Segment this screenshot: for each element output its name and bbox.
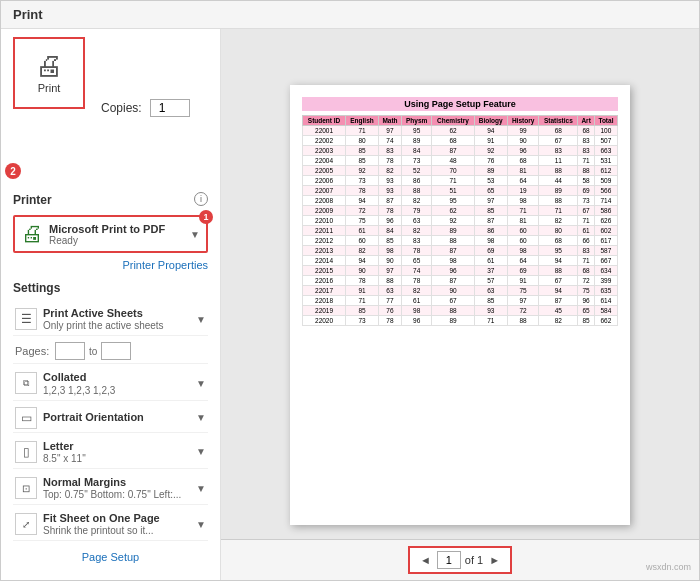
table-cell: 63: [474, 285, 507, 295]
table-cell: 11: [539, 155, 578, 165]
table-cell: 614: [594, 295, 617, 305]
table-cell: 584: [594, 305, 617, 315]
table-cell: 68: [578, 125, 595, 135]
table-cell: 73: [578, 195, 595, 205]
table-cell: 71: [346, 125, 379, 135]
table-cell: 84: [378, 225, 401, 235]
table-row: 220159097749637698868634: [303, 265, 618, 275]
copies-input-wrap: [150, 99, 190, 117]
table-cell: 22008: [303, 195, 346, 205]
setting-paper-size[interactable]: ▯ Letter 8.5" x 11" ▼: [13, 436, 208, 469]
table-cell: 71: [346, 295, 379, 305]
setting-margins[interactable]: ⊡ Normal Margins Top: 0.75" Bottom: 0.75…: [13, 472, 208, 505]
table-cell: 95: [402, 125, 432, 135]
table-cell: 82: [402, 195, 432, 205]
table-cell: 93: [474, 305, 507, 315]
table-cell: 84: [402, 145, 432, 155]
table-cell: 88: [578, 165, 595, 175]
content-area: 🖨 Print 2 Copies: Printer i 1: [1, 29, 699, 580]
table-cell: 88: [432, 235, 474, 245]
copies-input[interactable]: [150, 99, 190, 117]
table-cell: 88: [378, 275, 401, 285]
table-cell: 66: [578, 235, 595, 245]
table-cell: 61: [402, 295, 432, 305]
table-cell: 76: [474, 155, 507, 165]
page-number-input[interactable]: [437, 551, 461, 569]
table-cell: 82: [539, 315, 578, 325]
table-cell: 87: [432, 275, 474, 285]
table-cell: 22015: [303, 265, 346, 275]
table-cell: 78: [402, 275, 432, 285]
pages-from-input[interactable]: [55, 342, 85, 360]
table-cell: 88: [402, 185, 432, 195]
table-cell: 90: [432, 285, 474, 295]
table-cell: 88: [539, 195, 578, 205]
printer-info-icon[interactable]: i: [194, 192, 208, 206]
pages-to-input[interactable]: [101, 342, 131, 360]
print-button-area: 🖨 Print 2 Copies:: [13, 37, 208, 179]
settings-section: ☰ Print Active Sheets Only print the act…: [13, 303, 208, 541]
table-cell: 98: [432, 255, 474, 265]
next-page-button[interactable]: ►: [487, 554, 502, 566]
table-cell: 19: [507, 185, 539, 195]
table-row: 220198576988893724565584: [303, 305, 618, 315]
table-cell: 73: [346, 175, 379, 185]
table-cell: 399: [594, 275, 617, 285]
setting-portrait[interactable]: ▭ Portrait Orientation ▼: [13, 404, 208, 433]
preview-table-title: Using Page Setup Feature: [302, 97, 618, 111]
table-cell: 68: [507, 155, 539, 165]
table-cell: 85: [578, 315, 595, 325]
table-cell: 612: [594, 165, 617, 175]
table-header-row: Student ID English Math Physm Chemistry …: [303, 115, 618, 125]
table-row: 220097278796285717167586: [303, 205, 618, 215]
table-cell: 85: [378, 235, 401, 245]
table-cell: 587: [594, 245, 617, 255]
print-button[interactable]: 🖨 Print: [13, 37, 85, 109]
table-cell: 88: [539, 165, 578, 175]
fit-sheet-arrow: ▼: [196, 519, 206, 530]
table-cell: 95: [539, 245, 578, 255]
prev-page-button[interactable]: ◄: [418, 554, 433, 566]
table-cell: 22005: [303, 165, 346, 175]
table-cell: 99: [507, 125, 539, 135]
table-cell: 85: [346, 305, 379, 315]
col-header-total: Total: [594, 115, 617, 125]
printer-box[interactable]: 1 🖨 Microsoft Print to PDF Ready ▼: [13, 215, 208, 253]
portrait-title: Portrait Orientation: [43, 410, 190, 424]
margins-text: Normal Margins Top: 0.75" Bottom: 0.75" …: [43, 475, 190, 501]
table-cell: 80: [346, 135, 379, 145]
table-cell: 75: [346, 215, 379, 225]
setting-fit-sheet[interactable]: ⤢ Fit Sheet on One Page Shrink the print…: [13, 508, 208, 541]
table-cell: 98: [507, 195, 539, 205]
table-row: 220149490659861649471667: [303, 255, 618, 265]
print-active-sheets-sub: Only print the active sheets: [43, 320, 190, 332]
printer-status: Ready: [49, 235, 184, 246]
table-cell: 64: [507, 175, 539, 185]
table-cell: 70: [432, 165, 474, 175]
col-header-statistics: Statistics: [539, 115, 578, 125]
table-cell: 71: [539, 205, 578, 215]
table-cell: 22019: [303, 305, 346, 315]
table-cell: 71: [474, 315, 507, 325]
printer-properties-link[interactable]: Printer Properties: [13, 259, 208, 271]
table-cell: 22009: [303, 205, 346, 215]
table-cell: 22007: [303, 185, 346, 195]
table-cell: 75: [507, 285, 539, 295]
table-cell: 22004: [303, 155, 346, 165]
table-cell: 566: [594, 185, 617, 195]
copies-label: Copies:: [101, 101, 142, 115]
setting-print-active-sheets[interactable]: ☰ Print Active Sheets Only print the act…: [13, 303, 208, 336]
table-cell: 82: [539, 215, 578, 225]
table-cell: 22016: [303, 275, 346, 285]
table-cell: 71: [432, 175, 474, 185]
col-header-chemistry: Chemistry: [432, 115, 474, 125]
table-cell: 73: [346, 315, 379, 325]
table-cell: 96: [402, 315, 432, 325]
col-header-math: Math: [378, 115, 401, 125]
table-cell: 89: [539, 185, 578, 195]
table-cell: 60: [346, 235, 379, 245]
table-cell: 82: [378, 165, 401, 175]
page-setup-link[interactable]: Page Setup: [13, 551, 208, 563]
setting-collated[interactable]: ⧉ Collated 1,2,3 1,2,3 1,2,3 ▼: [13, 367, 208, 400]
table-cell: 88: [507, 315, 539, 325]
